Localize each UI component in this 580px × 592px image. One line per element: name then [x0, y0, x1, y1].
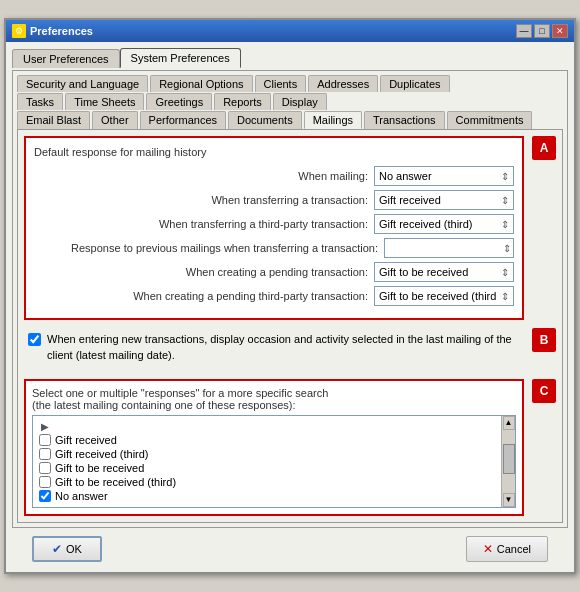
window-title: Preferences — [30, 25, 93, 37]
tab-documents[interactable]: Documents — [228, 111, 302, 129]
dropdown-arrow-previous[interactable]: ⇕ — [503, 243, 511, 254]
list-item-no-answer[interactable]: No answer — [37, 489, 497, 503]
ok-button[interactable]: ✔ OK — [32, 536, 102, 562]
tab-clients[interactable]: Clients — [255, 75, 307, 92]
section-a-wrapper: Default response for mailing history Whe… — [24, 136, 556, 328]
list-item-gift-to-be-received[interactable]: Gift to be received — [37, 461, 497, 475]
scroll-thumb[interactable] — [503, 444, 515, 474]
marker-b: B — [532, 328, 556, 352]
scrollbar-responses[interactable]: ▲ ▼ — [501, 416, 515, 507]
list-box-inner: ▶ Gift received Gift received (third) — [35, 418, 499, 505]
label-transferring: When transferring a transaction: — [211, 194, 368, 206]
section-c-main: Select one or multiple "responses" for a… — [24, 379, 524, 516]
expand-icon[interactable]: ▶ — [41, 421, 49, 432]
tab-display[interactable]: Display — [273, 93, 327, 110]
scroll-down-btn[interactable]: ▼ — [503, 493, 515, 507]
checkbox-no-answer[interactable] — [39, 490, 51, 502]
form-row-pending-third: When creating a pending third-party tran… — [34, 286, 514, 306]
form-row-previous-response: Response to previous mailings when trans… — [34, 238, 514, 258]
tab-addresses[interactable]: Addresses — [308, 75, 378, 92]
section-b-checkbox-row: When entering new transactions, display … — [24, 328, 524, 367]
select-transferring-value: Gift received — [379, 194, 497, 206]
label-third-party: When transferring a third-party transact… — [159, 218, 368, 230]
sub-tab-row3: Email Blast Other Performances Documents… — [17, 111, 563, 129]
form-row-pending: When creating a pending transaction: Gif… — [34, 262, 514, 282]
label-when-mailing: When mailing: — [298, 170, 368, 182]
dropdown-arrow-when-mailing[interactable]: ⇕ — [501, 171, 509, 182]
section-a-main: Default response for mailing history Whe… — [24, 136, 524, 328]
select-third-party-value: Gift received (third) — [379, 218, 497, 230]
form-row-when-mailing: When mailing: No answer ⇕ — [34, 166, 514, 186]
section-a-title: Default response for mailing history — [34, 146, 514, 158]
section-b-wrapper: When entering new transactions, display … — [24, 328, 556, 373]
marker-c: C — [532, 379, 556, 403]
tab-greetings[interactable]: Greetings — [146, 93, 212, 110]
section-c-wrapper: Select one or multiple "responses" for a… — [24, 379, 556, 516]
title-buttons: — □ ✕ — [516, 24, 568, 38]
dropdown-arrow-pending-third[interactable]: ⇕ — [501, 291, 509, 302]
select-third-party[interactable]: Gift received (third) ⇕ — [374, 214, 514, 234]
list-item-label-gift-received-third: Gift received (third) — [55, 448, 149, 460]
select-previous-response[interactable]: ⇕ — [384, 238, 514, 258]
select-pending-third-value: Gift to be received (third — [379, 290, 497, 302]
list-item-gift-to-be-received-third[interactable]: Gift to be received (third) — [37, 475, 497, 489]
section-c-box: Select one or multiple "responses" for a… — [24, 379, 524, 516]
minimize-button[interactable]: — — [516, 24, 532, 38]
dropdown-arrow-pending[interactable]: ⇕ — [501, 267, 509, 278]
scroll-up-btn[interactable]: ▲ — [503, 416, 515, 430]
checkbox-gift-to-be-received-third[interactable] — [39, 476, 51, 488]
tab-transactions[interactable]: Transactions — [364, 111, 445, 129]
window-icon: ⚙ — [12, 24, 26, 38]
checkbox-gift-received[interactable] — [39, 434, 51, 446]
tab-mailings[interactable]: Mailings — [304, 111, 362, 129]
cancel-button[interactable]: ✕ Cancel — [466, 536, 548, 562]
tab-regional-options[interactable]: Regional Options — [150, 75, 252, 92]
checkbox-gift-received-third[interactable] — [39, 448, 51, 460]
list-expand-arrow-row: ▶ — [37, 420, 497, 433]
maximize-button[interactable]: □ — [534, 24, 550, 38]
cancel-icon: ✕ — [483, 542, 493, 556]
window-body: User Preferences System Preferences Secu… — [6, 42, 574, 572]
select-when-mailing[interactable]: No answer ⇕ — [374, 166, 514, 186]
close-button[interactable]: ✕ — [552, 24, 568, 38]
tab-tasks[interactable]: Tasks — [17, 93, 63, 110]
select-pending[interactable]: Gift to be received ⇕ — [374, 262, 514, 282]
label-pending-third: When creating a pending third-party tran… — [133, 290, 368, 302]
list-box-responses[interactable]: ▶ Gift received Gift received (third) — [32, 415, 516, 508]
marker-b-col: B — [524, 328, 556, 352]
tab-commitments[interactable]: Commitments — [447, 111, 533, 129]
select-pending-value: Gift to be received — [379, 266, 497, 278]
label-previous-response: Response to previous mailings when trans… — [71, 242, 378, 254]
label-pending: When creating a pending transaction: — [186, 266, 368, 278]
tab-performances[interactable]: Performances — [140, 111, 226, 129]
title-bar-left: ⚙ Preferences — [12, 24, 93, 38]
checkbox-gift-to-be-received[interactable] — [39, 462, 51, 474]
marker-a-col: A — [524, 136, 556, 160]
list-item-label-gift-to-be-received-third: Gift to be received (third) — [55, 476, 176, 488]
list-item-label-gift-received: Gift received — [55, 434, 117, 446]
marker-c-col: C — [524, 379, 556, 403]
tab-other[interactable]: Other — [92, 111, 138, 129]
button-bar: ✔ OK ✕ Cancel — [12, 528, 568, 566]
tab-user-preferences[interactable]: User Preferences — [12, 49, 120, 68]
form-row-third-party: When transferring a third-party transact… — [34, 214, 514, 234]
list-item-gift-received-third[interactable]: Gift received (third) — [37, 447, 497, 461]
tab-time-sheets[interactable]: Time Sheets — [65, 93, 144, 110]
tab-system-preferences[interactable]: System Preferences — [120, 48, 241, 68]
dropdown-arrow-transferring[interactable]: ⇕ — [501, 195, 509, 206]
tab-security-language[interactable]: Security and Language — [17, 75, 148, 92]
section-b-text: When entering new transactions, display … — [47, 332, 520, 363]
sub-tab-row2: Tasks Time Sheets Greetings Reports Disp… — [17, 93, 563, 110]
tab-duplicates[interactable]: Duplicates — [380, 75, 449, 92]
ok-icon: ✔ — [52, 542, 62, 556]
tab-email-blast[interactable]: Email Blast — [17, 111, 90, 129]
title-bar: ⚙ Preferences — □ ✕ — [6, 20, 574, 42]
ok-label: OK — [66, 543, 82, 555]
dropdown-arrow-third-party[interactable]: ⇕ — [501, 219, 509, 230]
select-pending-third[interactable]: Gift to be received (third ⇕ — [374, 286, 514, 306]
inner-content-mailings: Default response for mailing history Whe… — [17, 129, 563, 523]
list-item-gift-received[interactable]: Gift received — [37, 433, 497, 447]
checkbox-new-transactions[interactable] — [28, 333, 41, 346]
select-transferring[interactable]: Gift received ⇕ — [374, 190, 514, 210]
tab-reports[interactable]: Reports — [214, 93, 271, 110]
